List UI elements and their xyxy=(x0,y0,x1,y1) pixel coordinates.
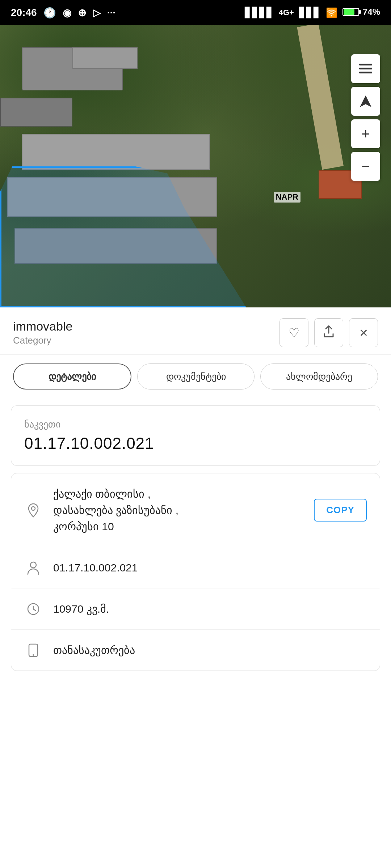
status-right: ▋▋▋▋ 4G+ ▋▋▋ 🛜 74% xyxy=(245,7,380,18)
battery-icon-wrapper: 74% xyxy=(342,7,380,18)
ownership-row: თანასაკუთრება xyxy=(11,630,380,671)
telegram-icon: ▷ xyxy=(93,7,101,19)
code-row: 01.17.10.002.021 xyxy=(11,547,380,588)
tab-bar: დეტალები დოკუმენტები ახლომდებარე xyxy=(0,355,391,398)
tab-nearby[interactable]: ახლომდებარე xyxy=(260,363,378,390)
alarm-icon: 🕐 xyxy=(43,7,56,19)
share-button[interactable] xyxy=(314,318,343,347)
tab-details[interactable]: დეტალები xyxy=(13,363,131,390)
battery-pct: 74% xyxy=(363,7,380,17)
copy-button-label: COPY xyxy=(326,505,354,515)
tab-nearby-label: ახლომდებარე xyxy=(286,371,352,382)
close-button[interactable]: ✕ xyxy=(349,318,378,347)
wifi-icon: 🛜 xyxy=(326,7,337,18)
building-4 xyxy=(22,134,210,170)
parcel-card: ნაკვეთი 01.17.10.002.021 xyxy=(11,405,380,466)
messenger-icon: ⊕ xyxy=(78,7,86,19)
favorite-icon: ♡ xyxy=(289,326,299,340)
address-text: ქალაქი თბილისი ,დასახლება ვაზისუბანი ,კო… xyxy=(53,486,303,535)
map-area[interactable]: NAPR + − xyxy=(0,25,391,307)
building-3 xyxy=(0,98,72,127)
zoom-in-label: + xyxy=(361,127,370,141)
svg-rect-2 xyxy=(359,72,372,73)
panel-header: immovable Category ♡ ✕ xyxy=(0,307,391,355)
clock-icon xyxy=(24,603,42,616)
navigate-button[interactable] xyxy=(351,87,380,116)
road-path xyxy=(297,25,344,170)
zoom-out-button[interactable]: − xyxy=(351,152,380,181)
address-row: ქალაქი თბილისი ,დასახლება ვაზისუბანი ,კო… xyxy=(11,473,380,547)
share-icon xyxy=(323,325,335,340)
favorite-button[interactable]: ♡ xyxy=(279,318,308,347)
map-controls: + − xyxy=(351,54,380,181)
location-pin-icon xyxy=(24,503,42,518)
panel-actions: ♡ ✕ xyxy=(279,318,378,347)
person-icon xyxy=(24,561,42,575)
napr-label: NAPR xyxy=(274,192,300,203)
close-icon: ✕ xyxy=(359,327,368,339)
svg-rect-1 xyxy=(359,68,372,69)
panel-title: immovable xyxy=(13,319,72,333)
panel-subtitle: Category xyxy=(13,335,72,346)
building-2 xyxy=(72,47,138,69)
zoom-out-label: − xyxy=(361,159,370,174)
svg-point-4 xyxy=(31,507,35,510)
bottom-panel: immovable Category ♡ ✕ დეტალები xyxy=(0,307,391,671)
parcel-card-label: ნაკვეთი xyxy=(24,419,367,430)
signal-icon: ▋▋▋▋ xyxy=(245,7,274,18)
parcel-card-value: 01.17.10.002.021 xyxy=(24,434,367,452)
zoom-in-button[interactable]: + xyxy=(351,119,380,148)
tab-documents[interactable]: დოკუმენტები xyxy=(137,363,255,390)
detail-rows: ქალაქი თბილისი ,დასახლება ვაზისუბანი ,კო… xyxy=(11,473,380,671)
panel-title-group: immovable Category xyxy=(13,319,72,346)
layers-button[interactable] xyxy=(351,54,380,83)
tab-documents-label: დოკუმენტები xyxy=(166,371,226,382)
tab-details-label: დეტალები xyxy=(49,371,96,382)
ownership-text: თანასაკუთრება xyxy=(53,642,367,658)
svg-point-7 xyxy=(33,654,34,656)
svg-point-5 xyxy=(30,562,36,568)
time: 20:46 xyxy=(11,7,37,18)
network-type: 4G+ xyxy=(279,8,294,17)
copy-address-button[interactable]: COPY xyxy=(314,499,367,522)
whatsapp-icon: ◉ xyxy=(63,7,71,19)
more-icon: ··· xyxy=(107,7,115,18)
status-bar: 20:46 🕐 ◉ ⊕ ▷ ··· ▋▋▋▋ 4G+ ▋▋▋ 🛜 74% xyxy=(0,0,391,25)
phone-icon xyxy=(24,643,42,657)
code-text: 01.17.10.002.021 xyxy=(53,559,367,576)
map-satellite: NAPR xyxy=(0,25,391,307)
status-left: 20:46 🕐 ◉ ⊕ ▷ ··· xyxy=(11,7,115,19)
svg-rect-0 xyxy=(359,64,372,65)
svg-marker-3 xyxy=(360,95,371,107)
area-text: 10970 კვ.მ. xyxy=(53,601,367,617)
area-row: 10970 კვ.მ. xyxy=(11,588,380,630)
signal2-icon: ▋▋▋ xyxy=(299,7,321,18)
